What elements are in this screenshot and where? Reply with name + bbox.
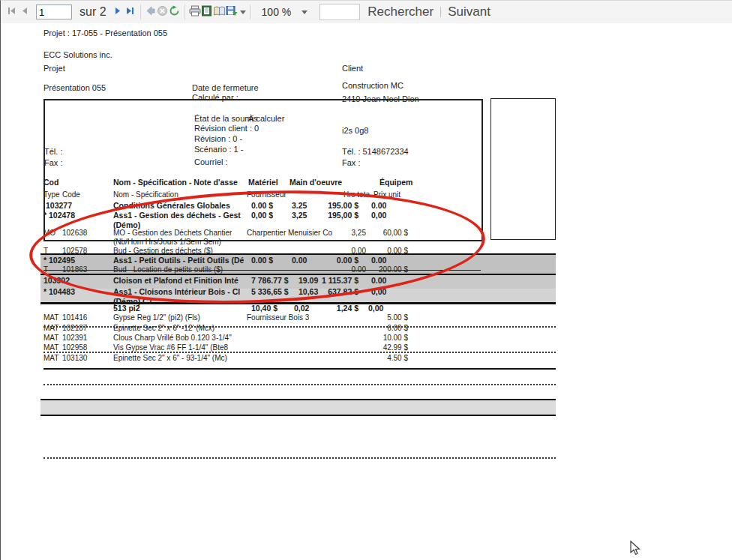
footer-band: [40, 399, 556, 416]
page-count-label: sur 2: [80, 5, 106, 19]
last-page-icon: [125, 5, 135, 19]
next-page-icon: [113, 5, 123, 19]
cell-code: * 104483: [44, 287, 75, 296]
project-label: Projet: [44, 64, 65, 73]
printer-icon: [189, 5, 201, 19]
cell-name: Épinette Sec 2" x 6" -12' (Mcx): [113, 324, 214, 332]
export-button[interactable]: [226, 3, 246, 21]
next-page-button[interactable]: [112, 3, 124, 21]
cell-name: Vis Gypse Vrac #6 FF 1-1/4" (Bte8: [113, 343, 228, 352]
print-layout-icon: [201, 5, 212, 19]
cell-type: MAT: [44, 334, 58, 342]
toolbar-separator: [250, 4, 250, 19]
cell-code: 101416: [62, 313, 87, 322]
refresh-button[interactable]: [169, 3, 181, 21]
cell-code: 102187: [62, 324, 87, 332]
last-page-button[interactable]: [124, 3, 136, 21]
stop-rendering-button[interactable]: [157, 3, 169, 21]
previous-page-icon: [20, 5, 29, 19]
closing-date-label: Date de fermeture: [192, 83, 259, 92]
search-button[interactable]: Rechercher: [368, 4, 434, 19]
search-input[interactable]: [320, 4, 360, 20]
page-number-input[interactable]: [36, 4, 72, 19]
back-arrow-icon: [145, 5, 156, 19]
cell-prix: 10.00 $: [383, 334, 408, 342]
table-row: 513 pi2 10,40 $ 0,02 1,24 $ 0,00: [44, 304, 556, 313]
export-save-icon: [226, 5, 238, 19]
cell-name: Gypse Reg 1/2" (pi2) (Fls): [113, 313, 200, 322]
dotted-rule: [44, 352, 556, 353]
toolbar-separator: [140, 4, 141, 19]
dotted-rule: [44, 384, 556, 385]
cell-code: 102958: [62, 343, 87, 352]
cell-prix: 5.00 $: [387, 313, 408, 322]
cell-name: Épinette Sec 2" x 6" - 93-1/4" (Mc): [113, 354, 227, 362]
cell-name: 513 pi2: [113, 304, 140, 313]
report-page: Projet : 17-055 - Présentation 055 ECC S…: [1, 23, 732, 560]
cell-fournisseur: Fournisseur Bois 3: [247, 313, 309, 322]
cell-hrs: 0,02: [294, 304, 309, 313]
cell-type: MAT: [44, 324, 58, 332]
cell-mo: 1,24 $: [337, 304, 358, 313]
link-separator: [440, 7, 441, 17]
cell-type: MAT: [44, 343, 58, 352]
print-layout-button[interactable]: [201, 3, 213, 21]
cell-prix: 4.50 $: [387, 354, 408, 362]
table-row: MAT 102391 Clous Charp Vrillé Bob 0.120 …: [44, 334, 556, 343]
zoom-dropdown-caret-icon[interactable]: [302, 10, 308, 14]
table-row: MAT 101416 Gypse Reg 1/2" (pi2) (Fls) Fo…: [44, 313, 556, 323]
toolbar-separator: [184, 4, 185, 19]
cell-materiel: 10,40 $: [251, 304, 278, 313]
dotted-rule: [44, 326, 556, 328]
cell-equip: 0,00: [368, 304, 383, 313]
cell-code: 102391: [62, 334, 87, 342]
cell-type: MAT: [44, 313, 58, 322]
report-viewer-toolbar: sur 2: [1, 1, 732, 23]
project-name: Présentation 055: [44, 83, 106, 92]
cell-prix: 6.00 $: [387, 324, 408, 332]
annotation-rectangle-side: [490, 98, 556, 240]
dotted-rule: [44, 457, 556, 459]
rule-line: [44, 368, 556, 370]
first-page-icon: [8, 5, 17, 19]
refresh-icon: [169, 5, 180, 19]
export-dropdown-caret-icon: [240, 10, 246, 14]
cell-type: MAT: [44, 354, 58, 362]
back-to-parent-button[interactable]: [145, 3, 157, 21]
client-name: Construction MC: [342, 81, 404, 90]
zoom-select[interactable]: 100 %: [262, 6, 292, 18]
table-row: MAT 103130 Épinette Sec 2" x 6" - 93-1/4…: [44, 354, 556, 364]
mouse-cursor: [629, 541, 644, 559]
report-title: Projet : 17-055 - Présentation 055: [44, 28, 167, 37]
page-setup-icon: [213, 5, 226, 19]
print-button[interactable]: [189, 3, 201, 21]
cell-code: 103130: [62, 354, 87, 362]
page-setup-button[interactable]: [213, 3, 226, 21]
first-page-button[interactable]: [6, 3, 18, 21]
company-name: ECC Solutions inc.: [44, 50, 112, 59]
previous-page-button[interactable]: [18, 3, 30, 21]
client-label: Client: [342, 64, 363, 73]
cell-prix: 42.99 $: [383, 343, 408, 352]
stop-icon: [157, 5, 168, 19]
table-row: MAT 102187 Épinette Sec 2" x 6" -12' (Mc…: [44, 324, 556, 334]
find-next-button[interactable]: Suivant: [448, 4, 490, 19]
cell-name: Clous Charp Vrillé Bob 0.120 3-1/4": [113, 334, 232, 342]
